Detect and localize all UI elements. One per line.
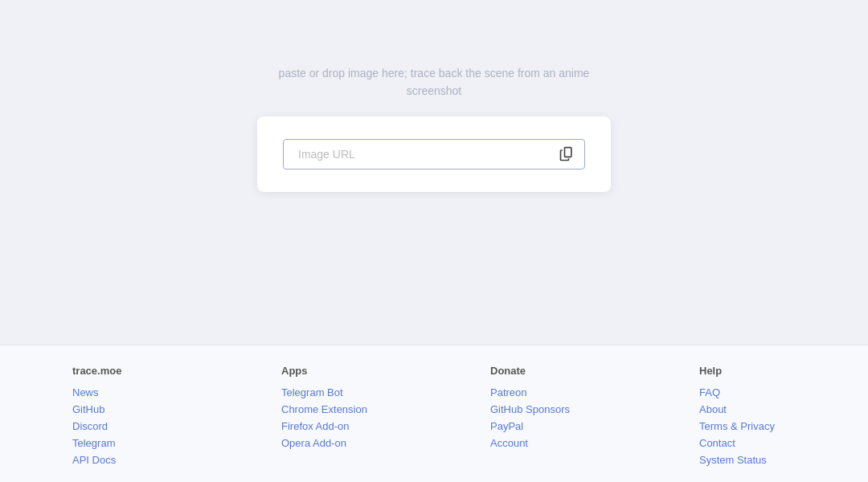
tagline: paste or drop image here; trace back the… xyxy=(279,64,590,100)
footer-link-0-3[interactable]: Telegram xyxy=(72,437,169,449)
footer-link-3-0[interactable]: FAQ xyxy=(699,386,796,398)
footer-col-title-0: trace.moe xyxy=(72,365,169,377)
search-card xyxy=(257,116,611,192)
main-content: paste or drop image here; trace back the… xyxy=(0,0,868,240)
footer-col-title-1: Apps xyxy=(281,365,378,377)
tagline-line2: screenshot xyxy=(407,84,461,97)
footer-link-2-2[interactable]: PayPal xyxy=(490,420,587,432)
footer-link-3-1[interactable]: About xyxy=(699,403,796,415)
footer-link-1-3[interactable]: Opera Add-on xyxy=(281,437,378,449)
footer-link-1-2[interactable]: Firefox Add-on xyxy=(281,420,378,432)
footer-link-2-0[interactable]: Patreon xyxy=(490,386,587,398)
footer-col-title-2: Donate xyxy=(490,365,587,377)
footer-link-0-2[interactable]: Discord xyxy=(72,420,169,432)
footer-col-2: DonatePatreonGitHub SponsorsPayPalAccoun… xyxy=(490,365,587,466)
footer: trace.moeNewsGitHubDiscordTelegramAPI Do… xyxy=(0,345,868,482)
footer-link-2-1[interactable]: GitHub Sponsors xyxy=(490,403,587,415)
footer-link-0-0[interactable]: News xyxy=(72,386,169,398)
footer-link-3-3[interactable]: Contact xyxy=(699,437,796,449)
search-input-wrapper[interactable] xyxy=(283,139,585,170)
footer-link-2-3[interactable]: Account xyxy=(490,437,587,449)
clipboard-icon[interactable] xyxy=(557,145,576,164)
footer-col-3: HelpFAQAboutTerms & PrivacyContactSystem… xyxy=(699,365,796,466)
footer-link-1-1[interactable]: Chrome Extension xyxy=(281,403,378,415)
footer-col-1: AppsTelegram BotChrome ExtensionFirefox … xyxy=(281,365,378,466)
svg-rect-0 xyxy=(565,147,571,157)
image-url-input[interactable] xyxy=(292,140,557,169)
footer-col-title-3: Help xyxy=(699,365,796,377)
footer-link-0-4[interactable]: API Docs xyxy=(72,454,169,466)
footer-link-1-0[interactable]: Telegram Bot xyxy=(281,386,378,398)
footer-link-3-4[interactable]: System Status xyxy=(699,454,796,466)
footer-link-0-1[interactable]: GitHub xyxy=(72,403,169,415)
footer-link-3-2[interactable]: Terms & Privacy xyxy=(699,420,796,432)
footer-col-0: trace.moeNewsGitHubDiscordTelegramAPI Do… xyxy=(72,365,169,466)
tagline-line1: paste or drop image here; trace back the… xyxy=(279,67,590,80)
footer-inner: trace.moeNewsGitHubDiscordTelegramAPI Do… xyxy=(72,365,796,466)
